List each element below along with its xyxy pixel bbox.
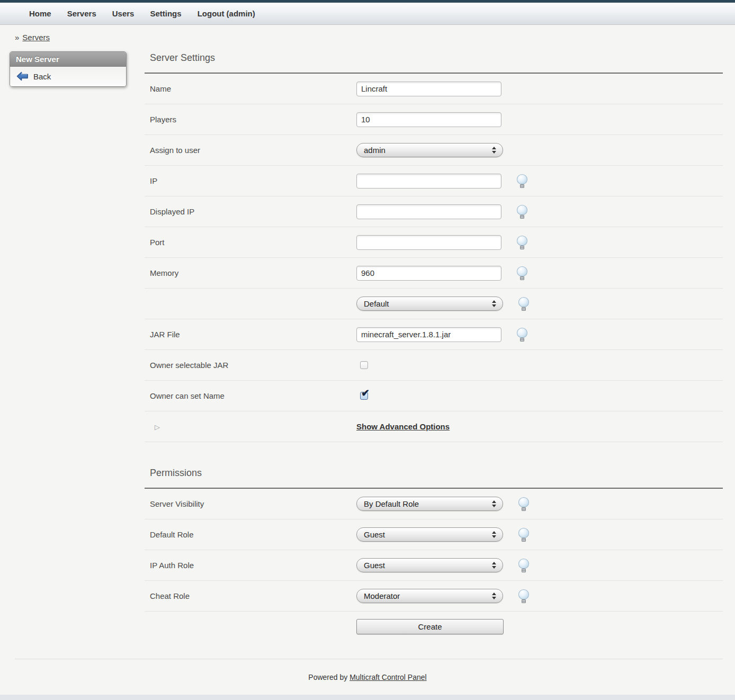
default-role-label: Default Role	[145, 530, 356, 539]
footer-divider	[15, 659, 723, 659]
jar-file-input[interactable]	[356, 327, 501, 342]
jar-file-help-lightbulb-icon[interactable]	[516, 328, 528, 342]
checkmark-icon: ✔	[361, 387, 370, 399]
breadcrumb: »Servers	[15, 33, 735, 42]
port-input[interactable]	[356, 235, 501, 250]
cheat-role-row: Cheat Role Moderator	[145, 581, 723, 612]
default-role-select[interactable]: Guest	[356, 527, 503, 542]
memory-row: Memory	[145, 258, 723, 289]
name-input[interactable]	[356, 82, 501, 96]
ip-auth-role-label: IP Auth Role	[145, 561, 356, 570]
select-stepper-icon	[492, 300, 496, 307]
assign-to-user-label: Assign to user	[145, 146, 356, 155]
players-input[interactable]	[356, 112, 501, 127]
ip-help-lightbulb-icon[interactable]	[516, 174, 528, 188]
back-button[interactable]: Back	[16, 71, 120, 81]
nav-item-home[interactable]: Home	[21, 9, 59, 18]
jar-file-label: JAR File	[145, 330, 356, 339]
footer: Powered by Multicraft Control Panel	[0, 673, 735, 681]
panel-title: New Server	[10, 52, 126, 67]
default-role-row: Default Role Guest	[145, 519, 723, 550]
ip-row: IP	[145, 166, 723, 196]
select-stepper-icon	[492, 531, 496, 538]
disclosure-triangle-icon[interactable]: ▷	[150, 423, 160, 431]
assign-to-user-select[interactable]: admin	[356, 143, 503, 157]
server-visibility-row: Server Visibility By Default Role	[145, 489, 723, 519]
nav-item-logout[interactable]: Logout (admin)	[190, 9, 263, 18]
server-visibility-select[interactable]: By Default Role	[356, 497, 503, 511]
owner-selectable-jar-checkbox[interactable]	[360, 361, 368, 369]
server-settings-heading: Server Settings	[145, 48, 723, 74]
memory-help-lightbulb-icon[interactable]	[516, 266, 528, 280]
new-server-panel: New Server Back	[10, 51, 127, 87]
main-navigation: Home Servers Users Settings Logout (admi…	[0, 3, 735, 25]
back-arrow-icon	[16, 71, 29, 81]
owner-can-set-name-row: Owner can set Name ✔	[145, 381, 723, 411]
bottom-strip	[0, 695, 735, 700]
main-content: Server Settings Name Players Assign to u…	[145, 48, 723, 650]
world-type-select[interactable]: Default	[356, 297, 503, 311]
back-label: Back	[33, 72, 51, 81]
nav-item-users[interactable]: Users	[104, 9, 142, 18]
create-button[interactable]: Create	[356, 619, 504, 634]
players-row: Players	[145, 104, 723, 135]
cheat-role-label: Cheat Role	[145, 591, 356, 600]
cheat-role-select[interactable]: Moderator	[356, 589, 503, 603]
owner-selectable-jar-label: Owner selectable JAR	[145, 361, 356, 370]
select-value: Guest	[364, 530, 492, 539]
displayed-ip-label: Displayed IP	[145, 207, 356, 216]
select-value: By Default Role	[364, 499, 492, 508]
select-value: Moderator	[364, 591, 492, 600]
ip-auth-role-select[interactable]: Guest	[356, 558, 503, 572]
select-value: Guest	[364, 561, 492, 570]
ip-auth-role-row: IP Auth Role Guest	[145, 550, 723, 581]
port-label: Port	[145, 238, 356, 247]
multicraft-link[interactable]: Multicraft Control Panel	[349, 673, 427, 681]
server-visibility-label: Server Visibility	[145, 499, 356, 508]
server-visibility-help-lightbulb-icon[interactable]	[518, 497, 530, 511]
port-help-lightbulb-icon[interactable]	[516, 236, 528, 249]
default-role-help-lightbulb-icon[interactable]	[518, 528, 530, 542]
show-advanced-options-link[interactable]: Show Advanced Options	[356, 422, 450, 431]
owner-selectable-jar-row: Owner selectable JAR	[145, 350, 723, 381]
owner-can-set-name-label: Owner can set Name	[145, 391, 356, 400]
select-stepper-icon	[492, 147, 496, 154]
displayed-ip-help-lightbulb-icon[interactable]	[516, 205, 528, 219]
breadcrumb-servers-link[interactable]: Servers	[22, 33, 50, 42]
displayed-ip-input[interactable]	[356, 204, 501, 219]
players-label: Players	[145, 115, 356, 124]
advanced-options-row: ▷ Show Advanced Options	[145, 411, 723, 442]
ip-auth-role-help-lightbulb-icon[interactable]	[518, 559, 530, 572]
world-type-row: Default	[145, 289, 723, 319]
name-label: Name	[145, 84, 356, 93]
port-row: Port	[145, 227, 723, 258]
select-value: Default	[364, 299, 492, 308]
breadcrumb-symbol: »	[15, 33, 19, 42]
displayed-ip-row: Displayed IP	[145, 196, 723, 227]
jar-file-row: JAR File	[145, 319, 723, 350]
memory-label: Memory	[145, 268, 356, 277]
world-type-help-lightbulb-icon[interactable]	[518, 297, 530, 311]
select-stepper-icon	[492, 500, 496, 507]
ip-input[interactable]	[356, 174, 501, 189]
cheat-role-help-lightbulb-icon[interactable]	[518, 589, 530, 603]
nav-item-servers[interactable]: Servers	[59, 9, 104, 18]
select-value: admin	[364, 146, 492, 155]
ip-label: IP	[145, 176, 356, 185]
name-row: Name	[145, 74, 723, 104]
assign-to-user-row: Assign to user admin	[145, 135, 723, 166]
footer-prefix: Powered by	[308, 673, 349, 681]
create-row: Create	[145, 612, 723, 650]
panel-body: Back	[10, 67, 126, 86]
memory-input[interactable]	[356, 266, 501, 281]
permissions-heading: Permissions	[145, 463, 723, 489]
select-stepper-icon	[492, 562, 496, 569]
owner-can-set-name-checkbox[interactable]: ✔	[360, 392, 368, 400]
select-stepper-icon	[492, 593, 496, 599]
nav-item-settings[interactable]: Settings	[142, 9, 189, 18]
